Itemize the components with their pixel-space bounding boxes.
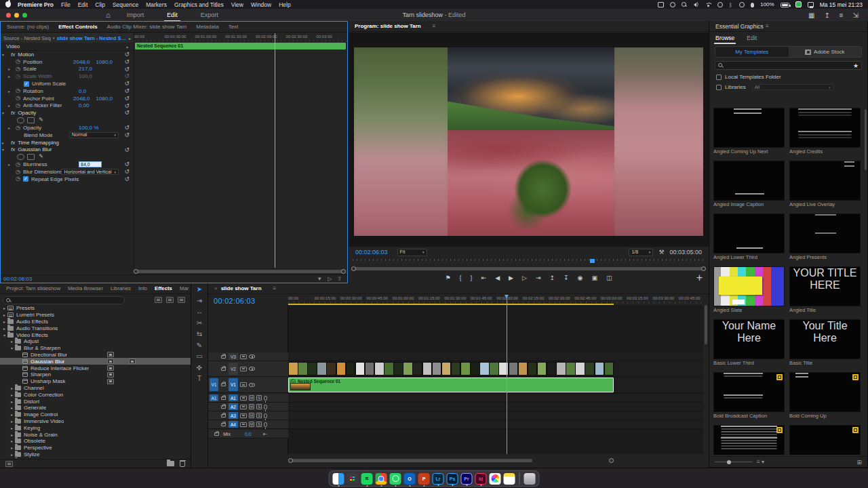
mute-button[interactable]: M xyxy=(249,422,254,427)
lock-icon[interactable] xyxy=(214,432,219,436)
thumbnail-size-slider[interactable] xyxy=(715,462,753,462)
mute-button[interactable]: M xyxy=(249,404,254,409)
program-mini-timeline[interactable] xyxy=(353,259,705,264)
track-lane[interactable]: fx Nested Sequence 01 xyxy=(288,377,703,393)
new-bin-icon[interactable] xyxy=(167,461,174,466)
template-item[interactable]: YOUR TITLE HERE Angled Title xyxy=(789,266,861,314)
track-v2[interactable]: V2 xyxy=(208,361,703,377)
rect-mask-icon[interactable] xyxy=(27,154,35,160)
dock-app-icon[interactable]: Ps xyxy=(447,473,458,485)
panel-tab[interactable]: Audio Clip Mixer: slide show Tarn xyxy=(107,24,187,30)
trash-icon[interactable] xyxy=(524,473,536,485)
tool-button[interactable]: ↔ xyxy=(196,308,203,315)
template-item[interactable]: Angled Credits xyxy=(789,108,861,156)
export-icon[interactable]: ⇪ xyxy=(337,276,342,282)
transport-button[interactable]: ▣ xyxy=(591,274,597,281)
play-only-icon[interactable]: ▷ xyxy=(328,276,332,282)
effects-tree-row[interactable]: ▸ Adjust xyxy=(0,338,191,345)
dock-app-icon[interactable]: ≋ xyxy=(361,473,373,485)
sequence-tab[interactable]: slide show Tarn xyxy=(221,285,262,291)
effects-tree-row[interactable]: Sharpen xyxy=(0,371,191,378)
timeline-timecode[interactable]: 00:02:06:03 xyxy=(208,295,288,305)
transport-button[interactable]: ↧ xyxy=(564,274,569,281)
rotation-row[interactable]: ▸◷Rotation0,0↺ xyxy=(1,87,134,95)
ec-timecode[interactable]: 00:02:06:03 xyxy=(1,276,32,282)
panel-menu-icon[interactable]: ≡ xyxy=(433,23,436,29)
voiceover-mic-icon[interactable] xyxy=(264,422,267,427)
solo-button[interactable]: S xyxy=(256,413,262,418)
lock-icon[interactable] xyxy=(221,383,226,386)
effects-tree-row[interactable]: Gaussian Blur xyxy=(0,358,191,365)
template-item[interactable]: Bold Broadcast Caption xyxy=(713,372,785,420)
timeline-body[interactable]: V3 V2 V1V1 fx xyxy=(208,305,703,454)
dock-app-icon[interactable]: O xyxy=(404,473,416,485)
mix-track[interactable]: Mix 0,0 ⇤ xyxy=(208,430,288,439)
libraries-checkbox-row[interactable]: Libraries All▾ xyxy=(716,84,867,90)
sync-lock-icon[interactable] xyxy=(240,422,247,427)
audio-track[interactable]: A1A1MS xyxy=(208,394,703,403)
timeline-playhead[interactable] xyxy=(507,295,507,454)
template-item[interactable]: Angled Slate xyxy=(713,266,785,314)
local-templates-checkbox-row[interactable]: Local Templates Folder xyxy=(716,74,867,80)
network-icon[interactable] xyxy=(717,2,723,7)
sync-lock-icon[interactable] xyxy=(240,413,247,418)
transport-button[interactable]: ◉ xyxy=(578,274,583,281)
dock-app-icon[interactable] xyxy=(490,473,501,485)
list-view-icon[interactable] xyxy=(5,461,13,467)
panel-tab[interactable]: Metadata xyxy=(196,24,218,30)
track-output-eye-icon[interactable] xyxy=(249,354,255,359)
panel-tab[interactable]: Info xyxy=(138,285,147,291)
program-timecode[interactable]: 00:02:06:03 xyxy=(349,249,397,256)
track-output-eye-icon[interactable] xyxy=(249,383,255,387)
accessibility-icon[interactable] xyxy=(670,2,675,7)
sync-lock-icon[interactable] xyxy=(240,405,247,409)
menu-item[interactable]: Edit xyxy=(78,1,88,8)
effect-controls-timeline[interactable]: 00:0000:00:30:0000:01:00:0000:01:30:0000… xyxy=(134,33,347,268)
uniform-scale-row[interactable]: ✓Uniform Scale↺ xyxy=(1,80,134,87)
panel-tab[interactable]: Libraries xyxy=(111,285,131,291)
mute-button[interactable]: M xyxy=(249,413,254,418)
tool-button[interactable]: T xyxy=(197,375,201,382)
template-item[interactable]: Bold Coming Up xyxy=(789,372,861,420)
ec-clip-bar[interactable]: Nested Sequence 01 xyxy=(135,43,346,49)
effects-tree-row[interactable]: Directional Blur xyxy=(0,352,191,359)
panel-tab[interactable]: Project: Tarn slideshow xyxy=(6,285,60,291)
quick-export-icon[interactable]: ↥ xyxy=(824,12,829,19)
menu-item[interactable]: File xyxy=(61,1,71,8)
transport-button[interactable]: ▷ xyxy=(522,274,527,281)
dock-app-icon[interactable] xyxy=(347,473,359,485)
effects-tree-row[interactable]: ▾ Video Effects xyxy=(0,331,191,338)
eg-tab[interactable]: Edit xyxy=(747,35,757,41)
rect-mask-icon[interactable] xyxy=(27,117,35,123)
time-remapping-header[interactable]: ▸fxTime Remapping xyxy=(1,139,134,146)
track-v1[interactable]: V1V1 fx Nested Sequence 01 xyxy=(208,377,703,393)
sync-lock-icon[interactable] xyxy=(240,354,247,359)
transport-button[interactable]: { xyxy=(460,274,462,281)
gaussian-blur-header[interactable]: ▾fxGaussian Blur↺ xyxy=(1,146,134,154)
timeline-horizontal-scrollbar[interactable] xyxy=(288,458,703,464)
effects-tree-row[interactable]: ▾ Blur & Sharpen xyxy=(0,345,191,352)
mini-playhead[interactable] xyxy=(590,259,595,263)
menu-clock[interactable]: Ma 15 mei 21:23 xyxy=(820,1,863,8)
tool-button[interactable]: ➤ xyxy=(197,286,202,293)
track-lane[interactable] xyxy=(288,420,703,429)
libraries-dropdown[interactable]: All▾ xyxy=(752,84,833,90)
tool-button[interactable]: ✜ xyxy=(197,365,202,371)
effects-tree-row[interactable]: ▸ Distort xyxy=(0,398,191,405)
anti-flicker-row[interactable]: ▸◷Anti-flicker Filter0,00↺ xyxy=(1,102,134,110)
tool-button[interactable]: ✎ xyxy=(197,342,202,349)
ec-horizontal-scrollbar[interactable] xyxy=(134,268,346,274)
battery-app-icon[interactable] xyxy=(795,1,802,7)
opacity-effect-header[interactable]: ▾fxOpacity↺ xyxy=(1,109,134,117)
eg-search-field[interactable]: ★ xyxy=(715,61,862,70)
minimize-window-button[interactable] xyxy=(14,13,19,18)
mute-button[interactable]: M xyxy=(249,395,254,401)
close-panel-icon[interactable]: × xyxy=(214,285,218,291)
lock-icon[interactable] xyxy=(221,355,226,359)
ec-playhead[interactable] xyxy=(275,33,275,268)
dock-app-icon[interactable] xyxy=(390,473,401,485)
blur-dimensions-dropdown[interactable]: Horizontal and Vertical▾ xyxy=(61,169,119,175)
accelerated-effects-filter-icon[interactable] xyxy=(155,297,162,303)
32bit-effects-filter-icon[interactable] xyxy=(166,297,174,303)
transport-button[interactable]: ⚑ xyxy=(446,274,451,281)
